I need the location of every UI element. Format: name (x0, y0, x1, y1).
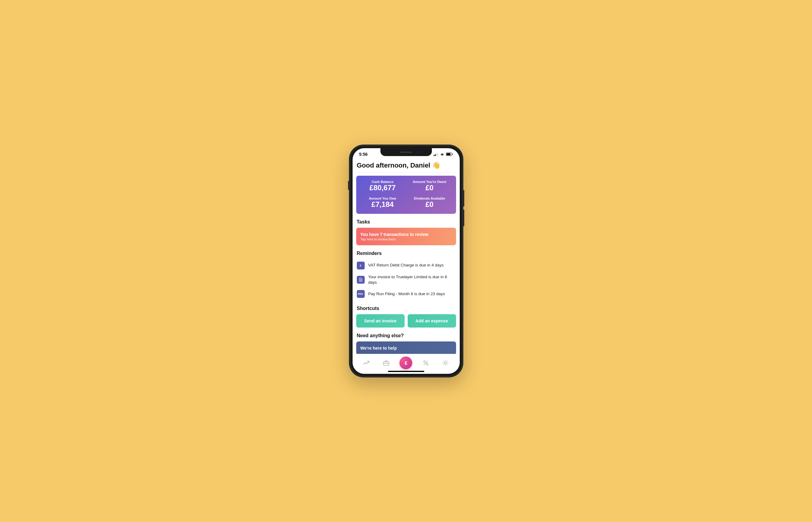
reminder-item[interactable]: £ VAT Return Debit Charge is due in 4 da… (356, 259, 456, 272)
send-invoice-button[interactable]: Send an invoice (356, 314, 405, 327)
svg-rect-0 (434, 155, 434, 156)
balance-owe: Amount You Owe £7,184 (359, 197, 406, 209)
svg-rect-7 (384, 362, 389, 365)
balance-cash: Cash Balance £80,677 (359, 180, 406, 192)
nav-center-glyph: ε (405, 359, 408, 366)
balance-value: £0 (406, 200, 453, 209)
nav-briefcase-icon[interactable] (380, 357, 392, 369)
task-review-card[interactable]: You have 7 transactions to review Tap he… (356, 228, 456, 245)
pound-icon: £ (357, 262, 365, 269)
balance-label: Amount You Owe (359, 197, 406, 200)
battery-icon (446, 153, 453, 156)
svg-rect-2 (436, 154, 437, 156)
section-shortcuts-title: Shortcuts (357, 306, 456, 311)
home-indicator[interactable] (388, 371, 424, 372)
balance-label: Cash Balance (359, 180, 406, 184)
svg-line-10 (424, 361, 428, 365)
svg-rect-1 (435, 154, 436, 156)
balance-owed: Amount You're Owed £0 (406, 180, 453, 192)
reminder-text: VAT Return Debit Charge is due in 4 days (368, 262, 444, 268)
section-reminders-title: Reminders (357, 251, 456, 256)
main-content[interactable]: Good afternoon, Daniel 👋 Cash Balance £8… (353, 160, 460, 354)
pay-icon: PAY (357, 290, 365, 298)
reminder-item[interactable]: Your invoice to Truelayer Limited is due… (356, 272, 456, 288)
task-title: You have 7 transactions to review (361, 232, 452, 237)
section-tasks-title: Tasks (357, 219, 456, 225)
phone-side-button (348, 181, 349, 190)
reminder-text: Pay Run Filing - Month 6 is due in 23 da… (368, 291, 445, 297)
svg-rect-3 (437, 153, 438, 156)
balance-card[interactable]: Cash Balance £80,677 Amount You're Owed … (356, 176, 456, 214)
balance-dividends: Dividends Available £0 (406, 197, 453, 209)
greeting-title: Good afternoon, Daniel 👋 (356, 160, 456, 173)
nav-settings-icon[interactable] (440, 357, 451, 369)
nav-percent-icon[interactable] (420, 357, 432, 369)
bottom-nav: ε (353, 354, 460, 374)
reminder-text: Your invoice to Truelayer Limited is due… (368, 274, 456, 285)
nav-trends-icon[interactable] (361, 357, 372, 369)
phone-screen: 5:56 Good afternoon, Daniel 👋 Cash Balan… (353, 148, 460, 374)
phone-side-button (463, 209, 464, 226)
document-icon (357, 276, 365, 284)
svg-point-11 (445, 362, 446, 364)
svg-point-8 (424, 361, 426, 362)
svg-rect-5 (446, 153, 450, 156)
balance-label: Dividends Available (406, 197, 453, 200)
phone-notch (381, 148, 432, 156)
balance-value: £80,677 (359, 184, 406, 192)
help-card-title: We're here to help (361, 346, 452, 350)
reminder-item[interactable]: PAY Pay Run Filing - Month 6 is due in 2… (356, 288, 456, 300)
balance-value: £7,184 (359, 200, 406, 209)
status-time: 5:56 (359, 152, 368, 157)
balance-value: £0 (406, 184, 453, 192)
add-expense-button[interactable]: Add an expense (408, 314, 456, 327)
phone-frame: 5:56 Good afternoon, Daniel 👋 Cash Balan… (349, 144, 463, 378)
phone-side-button (463, 190, 464, 206)
help-card[interactable]: We're here to help (356, 341, 456, 354)
section-help-title: Need anything else? (357, 333, 456, 338)
svg-point-9 (426, 363, 428, 365)
wifi-icon (440, 153, 445, 156)
svg-rect-6 (452, 154, 453, 155)
task-subtitle: Tap here to review them (361, 237, 452, 241)
balance-label: Amount You're Owed (406, 180, 453, 184)
cellular-icon (434, 153, 439, 156)
nav-center-button[interactable]: ε (400, 357, 412, 369)
